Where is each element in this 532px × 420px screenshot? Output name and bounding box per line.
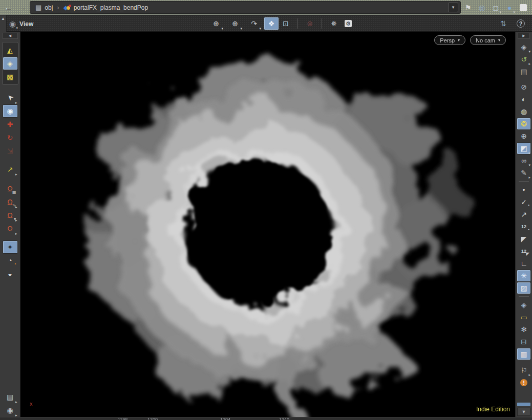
- materials-viewer-icon[interactable]: ◒: [3, 268, 17, 280]
- rotate-tool-icon[interactable]: ↻: [3, 131, 17, 144]
- fly-tool-icon[interactable]: ✵: [327, 17, 341, 30]
- camera-select-button[interactable]: No cam ▾: [470, 35, 506, 45]
- pin-pane-icon[interactable]: ⚑: [462, 2, 474, 13]
- pane-link-order-icon[interactable]: ⇅: [496, 17, 510, 30]
- right-toolbar-scroll[interactable]: ▶: [518, 33, 530, 39]
- viewport-camera-controls: Persp ▾ No cam ▾: [434, 35, 506, 45]
- view-memory-pin-icon[interactable]: ⚐▸: [517, 365, 530, 376]
- smooth-shading-icon[interactable]: ◩▸: [517, 143, 530, 154]
- state-tool-group: ◭◈▩: [2, 42, 18, 85]
- help-icon[interactable]: ?: [514, 17, 528, 30]
- visibility-menu-icon[interactable]: ◈▾: [517, 41, 530, 53]
- breadcrumb-node-label: portalFX_plasma_bendPop: [74, 4, 148, 11]
- houdini-window: ← → ▤ obj › ◆ portalFX_plasma_bendPop ▾ …: [0, 0, 532, 420]
- frame-tick: 1204: [220, 417, 230, 420]
- light-edit-icon[interactable]: ⊕: [517, 130, 530, 142]
- fog-display-icon[interactable]: ✻: [517, 324, 530, 335]
- model-state-icon[interactable]: ▩: [3, 71, 17, 83]
- right-scrollbar: ▼: [516, 403, 532, 417]
- breadcrumb: ▤ obj › ◆ portalFX_plasma_bendPop ▾: [30, 1, 461, 14]
- smoke-simulation-render: [20, 32, 515, 417]
- background-image-icon[interactable]: ⊟: [517, 336, 530, 347]
- scene-viewport[interactable]: Persp ▾ No cam ▾ x Indie Edition: [20, 32, 515, 417]
- display-settings-icon[interactable]: ⚙: [341, 17, 355, 30]
- display-gnomon-icon[interactable]: ∟: [517, 258, 530, 269]
- view-tool-button[interactable]: ◉▾ View: [9, 17, 33, 30]
- viewport-warning-icon[interactable]: !: [517, 377, 530, 388]
- prim-normals-icon[interactable]: ◤: [517, 233, 530, 245]
- keyboard-cam-lock-icon[interactable]: ▤: [517, 66, 530, 77]
- flipbook-icon[interactable]: ▤▸: [3, 391, 17, 403]
- right-tool-list: ◈▾↺▸▤⊘◐◍❂⊕◩▸∞▾✎▸•✓•↗12•◤12◤∟✳▨◈▭✻⊟▥⚐▸!: [516, 41, 532, 403]
- divider: [519, 181, 529, 182]
- pane-controls: ⚑◎◻▾●▾: [462, 2, 529, 14]
- image-plane-icon[interactable]: ▥: [517, 348, 530, 360]
- point-normals-icon[interactable]: ✓•: [517, 196, 530, 208]
- select-tool-icon[interactable]: ➤▸: [3, 92, 17, 104]
- breadcrumb-separator-icon: ›: [57, 4, 59, 11]
- snapshot-edit-icon[interactable]: ✎▸: [517, 167, 530, 179]
- handles-state-icon[interactable]: ◈: [3, 57, 17, 70]
- translate-tool-icon[interactable]: ✚: [3, 118, 17, 130]
- view-snapshot-ring-icon[interactable]: ↺▸: [517, 54, 530, 65]
- axis-x-label: x: [30, 401, 33, 407]
- home-view-icon[interactable]: ⊕▾: [209, 17, 223, 30]
- view-toolbar-actions: ⊕▾⊕▾↷▾❖⊡⊜✵⚙: [209, 17, 355, 30]
- timeline-ruler[interactable]: 1198120012041240: [0, 417, 532, 420]
- render-region-icon[interactable]: ◔▪: [3, 254, 17, 267]
- snap-combined-icon[interactable]: Ω▸: [3, 223, 17, 235]
- headlight-only-icon[interactable]: ◐: [517, 94, 530, 105]
- high-quality-lighting-icon[interactable]: ❂: [517, 118, 530, 129]
- left-toolbar: ◀ ◭◈▩ ➤▸◉✚↻⇲↗▸Ω▦Ω∿▸Ω●▸Ω▸✦◔▪◒▤▸◉▸: [0, 32, 20, 417]
- scale-tool-icon[interactable]: ⇲: [3, 145, 17, 157]
- scene-view-state-icon[interactable]: ◭: [3, 44, 17, 56]
- breadcrumb-node[interactable]: ◆ portalFX_plasma_bendPop: [60, 3, 151, 12]
- right-scrollbar-down[interactable]: ▼: [517, 408, 530, 416]
- radial-menu-icon[interactable]: ◎: [476, 2, 487, 13]
- snap-curve-icon[interactable]: Ω∿▸: [3, 196, 17, 208]
- transparency-icon[interactable]: ▨: [517, 282, 530, 294]
- pane-snapshot-sphere-icon[interactable]: ●▾: [504, 2, 515, 13]
- no-lighting-icon[interactable]: ⊘: [517, 81, 530, 93]
- show-all-objects-icon[interactable]: ❖: [264, 17, 279, 30]
- pane-display-cube-icon[interactable]: ◻▾: [490, 2, 501, 13]
- field-guide-icon[interactable]: ▭: [517, 312, 530, 323]
- divider: [297, 18, 298, 29]
- view-type-button[interactable]: Persp ▾: [434, 35, 465, 45]
- particle-display-icon[interactable]: ✳: [517, 270, 530, 281]
- camera-select-label: No cam: [476, 37, 495, 43]
- breadcrumb-root[interactable]: ▤ obj: [32, 3, 56, 12]
- point-trail-icon[interactable]: ↗: [517, 209, 530, 220]
- box-pick-icon[interactable]: ⊡: [279, 17, 293, 30]
- right-toolbar: ▶ ◈▾↺▸▤⊘◐◍❂⊕◩▸∞▾✎▸•✓•↗12•◤12◤∟✳▨◈▭✻⊟▥⚐▸!…: [515, 32, 532, 417]
- prim-numbers-icon[interactable]: 12◤: [517, 246, 530, 257]
- view-tool-label: View: [19, 20, 33, 28]
- forward-button[interactable]: →: [18, 2, 27, 13]
- view-type-label: Persp: [440, 37, 455, 43]
- secure-selection-icon[interactable]: ◉: [3, 105, 17, 117]
- toolbar-scroll-up[interactable]: ▲: [0, 15, 7, 32]
- back-button[interactable]: ←: [4, 2, 13, 13]
- point-numbers-icon[interactable]: 12•: [517, 221, 530, 232]
- frame-selected-icon[interactable]: ⊕▾: [228, 17, 242, 30]
- view-pivot-icon[interactable]: ↷▾: [247, 17, 261, 30]
- path-dropdown-button[interactable]: ▾: [448, 3, 458, 12]
- snap-point-icon[interactable]: Ω●▸: [3, 209, 17, 222]
- stereo-view-icon[interactable]: ∞▾: [517, 155, 530, 166]
- render-view-icon[interactable]: ◉▸: [3, 404, 17, 416]
- view-toolbar-right: ⇅?: [496, 17, 528, 30]
- pose-tool-icon[interactable]: ↗▸: [3, 163, 17, 175]
- view-mask-icon[interactable]: ⊜: [303, 17, 317, 30]
- display-points-icon[interactable]: •: [517, 184, 530, 195]
- snap-grid-icon[interactable]: Ω▦: [3, 183, 17, 195]
- antialias-icon[interactable]: ◈: [517, 299, 530, 311]
- right-scrollbar-thumb[interactable]: [517, 403, 530, 406]
- blank-pane-icon[interactable]: [518, 2, 529, 13]
- history-nav: ← →: [4, 2, 27, 13]
- normal-lighting-icon[interactable]: ◍: [517, 106, 530, 117]
- frame-tick: 1198: [118, 417, 127, 420]
- left-toolbar-collapse[interactable]: ◀: [3, 33, 18, 39]
- pop-network-icon: ◆: [63, 4, 71, 11]
- show-handles-icon[interactable]: ✦: [3, 241, 17, 253]
- divider: [519, 296, 529, 297]
